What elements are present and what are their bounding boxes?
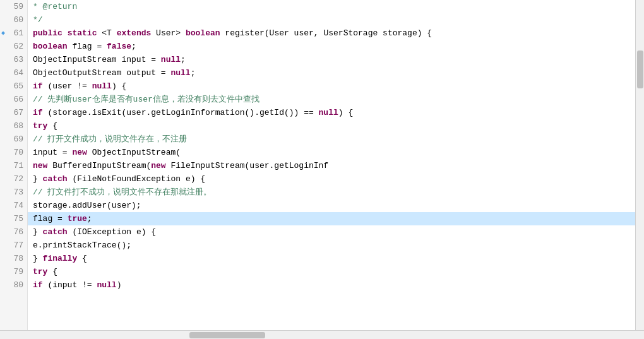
line-number-71: 71 [0, 159, 27, 172]
code-line-63: ObjectInputStream input = null; [28, 53, 635, 66]
line-number-75: 75 [0, 212, 27, 225]
code-line-73: // 打文件打不成功，说明文件不存在那就注册。 [28, 186, 635, 199]
line-number-63: 63 [0, 53, 27, 66]
code-line-78: } finally { [28, 252, 635, 265]
code-line-65: if (user != null) { [28, 80, 635, 93]
code-line-80: if (input != null) [28, 278, 635, 292]
line-number-65: 65 [0, 80, 27, 93]
code-line-79: try { [28, 265, 635, 278]
line-number-70: 70 [0, 146, 27, 159]
line-number-72: 72 [0, 172, 27, 186]
code-lines: * @return */public static <T extends Use… [28, 0, 635, 292]
code-area: 5960616263646566676869707172737475767778… [0, 0, 644, 330]
line-number-66: 66 [0, 93, 27, 106]
horizontal-scrollbar[interactable] [0, 330, 644, 339]
line-number-80: 80 [0, 278, 27, 292]
line-number-64: 64 [0, 66, 27, 80]
line-number-60: 60 [0, 13, 27, 27]
code-line-77: e.printStackTrace(); [28, 239, 635, 252]
code-line-69: // 打开文件成功，说明文件存在，不注册 [28, 133, 635, 146]
horizontal-scrollbar-thumb[interactable] [189, 332, 265, 338]
vertical-scrollbar-thumb[interactable] [637, 51, 643, 88]
line-number-79: 79 [0, 265, 27, 278]
code-line-76: } catch (IOException e) { [28, 225, 635, 239]
line-number-76: 76 [0, 225, 27, 239]
line-number-61: 61 [0, 27, 27, 40]
line-number-74: 74 [0, 199, 27, 212]
line-numbers: 5960616263646566676869707172737475767778… [0, 0, 28, 330]
line-number-59: 59 [0, 0, 27, 13]
line-number-69: 69 [0, 133, 27, 146]
code-line-60: */ [28, 13, 635, 27]
editor-container: 5960616263646566676869707172737475767778… [0, 0, 644, 339]
line-number-73: 73 [0, 186, 27, 199]
code-line-66: // 先判断user仓库是否有user信息，若没有则去文件中查找 [28, 93, 635, 106]
code-line-71: new BufferedInputStream(new FileInputStr… [28, 159, 635, 172]
code-line-72: } catch (FileNotFoundException e) { [28, 172, 635, 186]
code-line-62: boolean flag = false; [28, 40, 635, 53]
code-line-75: flag = true; [28, 212, 635, 225]
code-line-67: if (storage.isExit(user.getLoginInformat… [28, 106, 635, 119]
code-line-64: ObjectOutputStream output = null; [28, 66, 635, 80]
line-number-62: 62 [0, 40, 27, 53]
code-line-61: public static <T extends User> boolean r… [28, 27, 635, 40]
code-line-70: input = new ObjectInputStream( [28, 146, 635, 159]
code-line-59: * @return [28, 0, 635, 13]
line-number-68: 68 [0, 119, 27, 133]
code-content[interactable]: * @return */public static <T extends Use… [28, 0, 635, 330]
code-line-68: try { [28, 119, 635, 133]
line-number-77: 77 [0, 239, 27, 252]
vertical-scrollbar[interactable] [635, 0, 644, 330]
line-number-67: 67 [0, 106, 27, 119]
line-number-78: 78 [0, 252, 27, 265]
code-line-74: storage.addUser(user); [28, 199, 635, 212]
